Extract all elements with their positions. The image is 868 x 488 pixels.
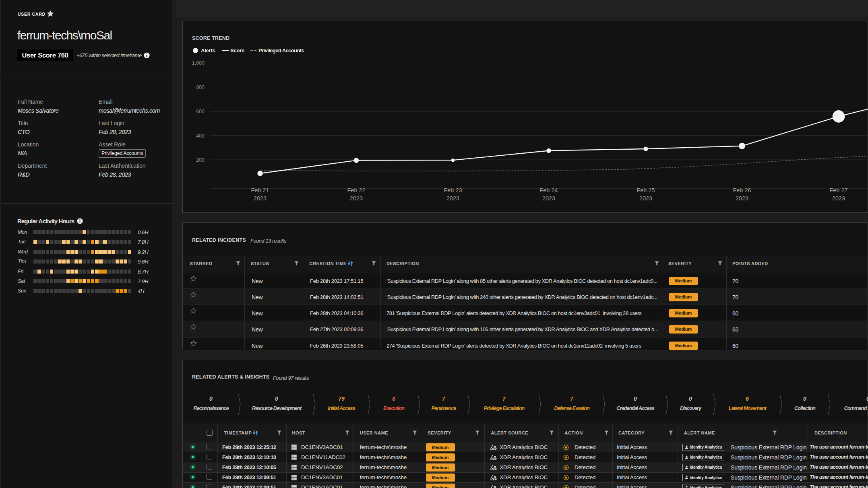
svg-text:600: 600 xyxy=(196,109,205,114)
svg-text:Feb 24: Feb 24 xyxy=(539,187,558,194)
svg-text:Feb 26: Feb 26 xyxy=(733,187,751,194)
svg-text:2023: 2023 xyxy=(254,195,267,202)
svg-text:A: A xyxy=(493,455,497,460)
svg-text:2023: 2023 xyxy=(639,195,652,202)
svg-text:Feb 22: Feb 22 xyxy=(347,187,365,194)
svg-text:2023: 2023 xyxy=(736,195,748,202)
svg-text:Feb 25: Feb 25 xyxy=(637,187,655,194)
svg-text:Feb 23: Feb 23 xyxy=(444,187,462,194)
svg-text:2023: 2023 xyxy=(446,195,459,202)
svg-text:1,000: 1,000 xyxy=(192,60,205,66)
svg-text:A: A xyxy=(493,485,497,488)
svg-text:800: 800 xyxy=(196,84,205,90)
svg-text:2023: 2023 xyxy=(350,195,363,202)
svg-text:2023: 2023 xyxy=(542,195,555,202)
svg-text:2023: 2023 xyxy=(832,195,845,202)
svg-text:A: A xyxy=(493,465,497,470)
svg-text:Feb 21: Feb 21 xyxy=(251,187,269,194)
svg-text:200: 200 xyxy=(196,157,205,163)
svg-text:A: A xyxy=(493,475,497,480)
svg-text:Feb 27: Feb 27 xyxy=(829,187,847,194)
svg-text:400: 400 xyxy=(196,133,205,139)
svg-text:A: A xyxy=(493,445,497,450)
